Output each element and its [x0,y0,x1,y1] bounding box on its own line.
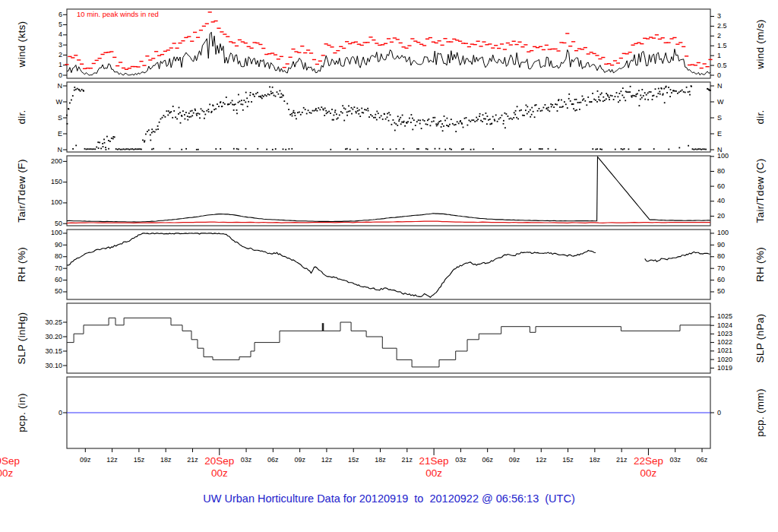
y-tick-label-right: 100 [717,153,751,160]
y-tick-label-right: 1021 [717,347,751,354]
y-tick-label-right: 0.5 [717,62,751,69]
y-tick-label-right: N [717,83,751,90]
x-tick-label: 09z [285,457,315,464]
x-tick-label: 15z [124,457,154,464]
y-tick-label-right: 2 [717,33,751,40]
y-tick-label-left: 0 [32,72,62,79]
y-tick-label-left: 60 [32,277,62,283]
y-tick-label-right: 0 [717,410,751,416]
x-tick-label: 06z [687,457,717,464]
x-tick-label: 18z [150,457,181,464]
x-tick-label: 06z [258,457,288,464]
y-tick-label-right: 60 [717,277,751,283]
y-tick-label-left: 30.15 [32,348,62,355]
x-tick-label: 15z [553,457,584,464]
y-tick-label-left: N [32,147,62,154]
y-tick-label-left: 30.10 [32,363,62,369]
meteogram-page: 012345600.511.522.53NWSENNWSEN5010015020… [0,0,778,532]
y-tick-label-right: 20 [717,213,751,220]
x-tick-label: 03z [660,457,691,464]
x-tick-label: 09z [70,457,100,464]
page-title: UW Urban Horticulture Data for 20120919 … [0,492,778,505]
y-tick-label-left: 50 [32,288,62,295]
y-tick-label-left: 50 [32,220,62,227]
y-tick-label-left: 30.20 [32,334,62,340]
y-tick-label-right: 1020 [717,356,751,363]
y-tick-label-right: 80 [717,168,751,175]
y-tick-label-right: 0 [717,72,751,79]
x-tick-label: 06z [473,457,503,464]
y-tick-label-right: 50 [717,288,751,295]
y-tick-label-right: 1023 [717,331,751,337]
y-tick-label-right: E [717,131,751,138]
x-date-label: 00z [197,468,242,479]
axis-title-pcp-right: pcp. (mm) [754,352,767,473]
y-tick-label-left: W [32,99,62,106]
y-tick-label-left: 2 [32,52,62,59]
y-tick-label-right: W [717,99,751,106]
x-date-label: 00z [625,468,671,479]
x-tick-label: 18z [580,457,610,464]
y-tick-label-left: 6 [32,11,62,18]
y-tick-label-left: 70 [32,265,62,272]
y-tick-label-left: N [32,83,62,90]
y-tick-label-left: 80 [32,253,62,260]
y-tick-label-right: 90 [717,242,751,249]
x-tick-label: 03z [445,457,476,464]
axis-title-pcp-left: pcp. (in) [16,352,28,473]
y-tick-label-left: 5 [32,21,62,28]
chart-canvas [0,0,778,532]
peak-winds-annotation: 10 min. peak winds in red [77,10,159,18]
y-tick-label-left: 100 [32,230,62,236]
y-tick-label-right: 1024 [717,322,751,329]
y-tick-label-left: 200 [32,158,62,165]
y-tick-label-left: S [32,115,62,122]
y-tick-label-left: 3 [32,42,62,49]
y-tick-label-left: 4 [32,31,62,38]
x-tick-label: 03z [231,457,261,464]
y-tick-label-right: 1025 [717,313,751,320]
x-date-label: 00z [411,468,457,479]
x-tick-label: 18z [365,457,396,464]
y-tick-label-left: E [32,131,62,138]
x-tick-label: 15z [338,457,368,464]
y-tick-label-right: 40 [717,198,751,204]
y-tick-label-right: 1022 [717,339,751,346]
x-tick-label: 12z [97,457,128,464]
y-tick-label-right: 1 [717,52,751,59]
y-tick-label-right: 3 [717,13,751,20]
x-tick-label: 12z [526,457,556,464]
x-tick-label: 09z [499,457,530,464]
y-tick-label-right: 80 [717,253,751,260]
y-tick-label-left: 1 [32,62,62,68]
y-tick-label-left: 100 [32,199,62,206]
y-tick-label-right: 2.5 [717,23,751,30]
y-tick-label-left: 90 [32,242,62,249]
y-tick-label-right: S [717,115,751,122]
y-tick-label-left: 30.25 [32,319,62,326]
x-tick-label: 12z [312,457,342,464]
y-tick-label-right: 1019 [717,365,751,372]
y-tick-label-left: 150 [32,179,62,185]
y-tick-label-left: 0 [32,410,62,416]
y-tick-label-right: 70 [717,265,751,272]
y-tick-label-right: 60 [717,183,751,190]
y-tick-label-right: 100 [717,230,751,236]
y-tick-label-right: 1.5 [717,43,751,49]
